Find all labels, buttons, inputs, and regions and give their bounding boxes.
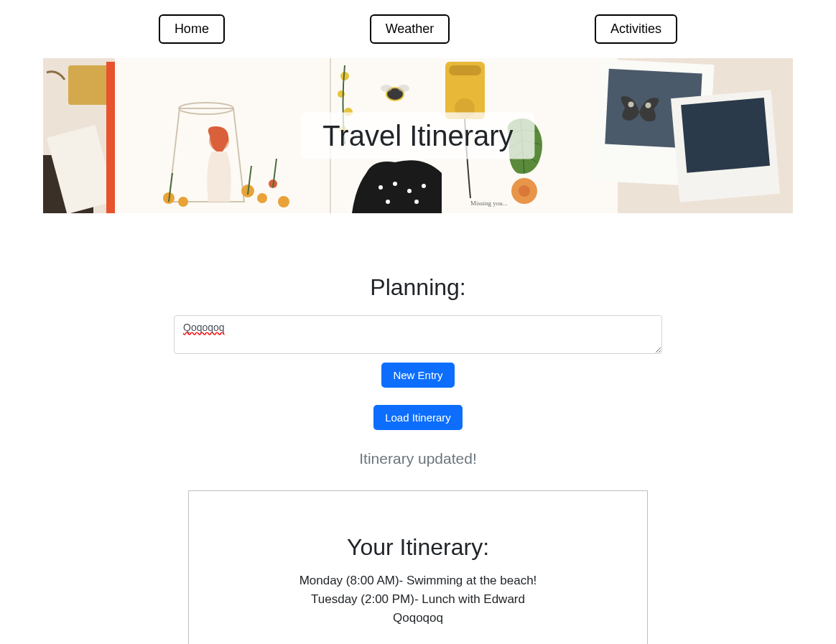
load-itinerary-button[interactable]: Load Itinerary bbox=[373, 405, 463, 430]
itinerary-item: Monday (8:00 AM)- Swimming at the beach! bbox=[299, 574, 537, 588]
svg-point-10 bbox=[178, 197, 188, 207]
itinerary-item: Tuesday (2:00 PM)- Lunch with Edward bbox=[311, 592, 525, 607]
svg-rect-2 bbox=[68, 65, 111, 105]
new-entry-button[interactable]: New Entry bbox=[381, 363, 454, 388]
svg-point-33 bbox=[519, 185, 530, 197]
svg-point-28 bbox=[407, 189, 412, 193]
svg-rect-25 bbox=[449, 65, 481, 75]
svg-point-29 bbox=[422, 184, 426, 188]
nav-activities-button[interactable]: Activities bbox=[595, 14, 677, 44]
hero-banner: Missing you... Travel Itinerary bbox=[43, 58, 793, 213]
svg-text:Missing you...: Missing you... bbox=[470, 200, 508, 207]
itinerary-item: Qoqoqoq bbox=[393, 611, 443, 625]
nav-home-button[interactable]: Home bbox=[159, 14, 225, 44]
svg-rect-38 bbox=[681, 98, 770, 173]
svg-point-30 bbox=[386, 200, 390, 204]
itinerary-card: Your Itinerary: Monday (8:00 AM)- Swimmi… bbox=[188, 490, 648, 644]
svg-point-26 bbox=[378, 185, 383, 190]
svg-point-21 bbox=[381, 85, 392, 92]
planning-heading: Planning: bbox=[370, 274, 465, 301]
planning-input[interactable] bbox=[174, 315, 662, 354]
top-nav: Home Weather Activities bbox=[0, 0, 836, 58]
svg-point-22 bbox=[398, 85, 409, 92]
status-message: Itinerary updated! bbox=[359, 450, 476, 467]
svg-point-31 bbox=[414, 200, 419, 204]
svg-point-27 bbox=[393, 182, 397, 186]
hero-title: Travel Itinerary bbox=[322, 120, 513, 152]
main-content: Planning: New Entry Load Itinerary Itine… bbox=[0, 213, 836, 644]
hero-title-box: Travel Itinerary bbox=[301, 113, 534, 159]
svg-rect-4 bbox=[106, 62, 115, 213]
svg-point-14 bbox=[278, 196, 289, 207]
itinerary-heading: Your Itinerary: bbox=[347, 534, 489, 561]
svg-point-12 bbox=[257, 193, 267, 203]
nav-weather-button[interactable]: Weather bbox=[370, 14, 450, 44]
